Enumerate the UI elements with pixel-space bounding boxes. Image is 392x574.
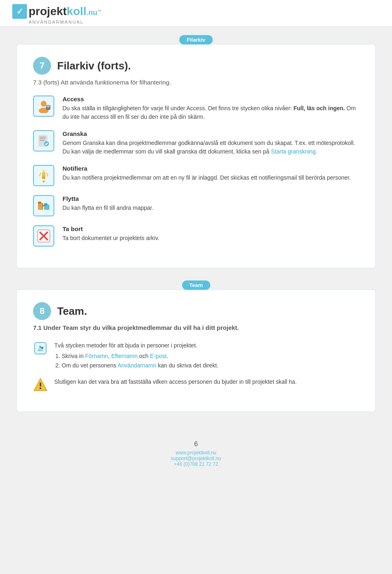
section-7-subtitle: 7.3 (forts) Att använda funktionerna för… <box>33 79 359 86</box>
flytta-svg-icon <box>37 199 51 213</box>
footer-support-email: support@projektkoll.nu <box>171 456 221 461</box>
tabort-icon <box>33 225 54 247</box>
info-invite: Två stycken metoder för att bjuda in per… <box>33 341 359 370</box>
section-8-number: 8 <box>33 302 51 320</box>
logo-check-icon: ✓ <box>12 4 27 19</box>
access-text: Access Du ska ställa in tillgängligheten… <box>62 96 359 121</box>
section-7-heading: 7 Filarkiv (forts). <box>33 57 359 75</box>
logo-text: projektkoll.nu™ <box>29 5 102 18</box>
svg-rect-24 <box>40 383 41 387</box>
feature-notifiera: Notifiera Du kan notifiera projektmedlem… <box>33 165 359 186</box>
access-icon <box>33 96 54 117</box>
filarkiv-tab: Filarkiv <box>179 35 213 44</box>
access-desc: Du ska ställa in tillgängligheten för va… <box>62 104 359 121</box>
access-title: Access <box>62 96 359 102</box>
svg-rect-7 <box>40 138 45 139</box>
feature-tabort: Ta bort Ta bort dokumentet ur projektets… <box>33 225 359 247</box>
section-7-tab-wrapper: Filarkiv <box>16 35 376 44</box>
logo-tm: ™ <box>98 9 102 13</box>
team-tab: Team <box>182 280 210 290</box>
granska-title: Granska <box>62 130 359 137</box>
svg-rect-22 <box>38 350 43 351</box>
logo-nu: .nu <box>87 9 98 17</box>
section-8-subtitle: 7.1 Under Team styr du vilka projektmedl… <box>33 324 359 331</box>
logo: ✓ projektkoll.nu™ <box>12 4 102 19</box>
notifiera-text: Notifiera Du kan notifiera projektmedlem… <box>62 165 359 182</box>
flytta-title: Flytta <box>62 195 359 202</box>
section-8-heading: 8 Team. <box>33 302 359 320</box>
section-8-subtitle-text: 7.1 Under Team styr du vilka projektmedl… <box>33 324 239 331</box>
page-content: Filarkiv 7 Filarkiv (forts). 7.3 (forts)… <box>0 27 392 432</box>
section-8-card: 8 Team. 7.1 Under Team styr du vilka pro… <box>16 289 376 412</box>
footer-website-url: www.projektkoll.nu <box>176 450 216 456</box>
footer-phone: +46 (0)708 21 72 72 <box>174 461 218 467</box>
tabort-text: Ta bort Ta bort dokumentet ur projektets… <box>62 225 359 243</box>
svg-point-25 <box>40 387 41 389</box>
feature-granska: Granska Genom Granska kan dina projektme… <box>33 130 359 156</box>
svg-rect-6 <box>40 137 46 138</box>
svg-rect-11 <box>42 177 45 179</box>
section-7-card: 7 Filarkiv (forts). 7.3 (forts) Att anvä… <box>16 44 376 268</box>
section-7-title: Filarkiv (forts). <box>57 60 131 72</box>
granska-text: Granska Genom Granska kan dina projektme… <box>62 130 359 156</box>
section-8-title: Team. <box>57 305 87 318</box>
tabort-svg-icon <box>37 229 51 243</box>
svg-point-12 <box>43 181 45 182</box>
access-svg-icon <box>37 99 51 113</box>
footer: 6 www.projektkoll.nu support@projektkoll… <box>0 432 392 475</box>
flytta-text: Flytta Du kan flytta en fil till andra m… <box>62 195 359 212</box>
footer-website: www.projektkoll.nu support@projektkoll.n… <box>8 450 384 467</box>
notifiera-desc: Du kan notifiera projektmedlemmar om att… <box>62 174 359 182</box>
svg-point-13 <box>42 170 45 172</box>
flytta-desc: Du kan flytta en fil till andra mappar. <box>62 204 359 212</box>
notifiera-title: Notifiera <box>62 165 359 172</box>
warning-info-text: Slutligen kan det vara bra att fastställ… <box>54 377 297 386</box>
page-header: ✓ projektkoll.nu™ ANVÄNDARMANUAL <box>0 0 392 27</box>
svg-point-4 <box>47 106 49 108</box>
info-warning: Slutligen kan det vara bra att fastställ… <box>33 377 359 392</box>
pencil-svg-icon <box>34 342 47 355</box>
svg-point-0 <box>41 101 47 107</box>
warning-svg-icon <box>33 377 48 392</box>
invite-info-text: Två stycken metoder för att bjuda in per… <box>54 341 218 370</box>
logo-projekt: projekt <box>29 5 67 18</box>
tabort-desc: Ta bort dokumentet ur projektets arkiv. <box>62 234 359 243</box>
svg-rect-17 <box>44 203 47 205</box>
anvandarmanual-label: ANVÄNDARMANUAL <box>29 20 84 24</box>
pencil-icon <box>33 341 48 356</box>
svg-rect-15 <box>38 202 41 204</box>
granska-desc: Genom Granska kan dina projektmedlemmar … <box>62 139 359 156</box>
section-8-tab-wrapper: Team <box>16 280 376 290</box>
logo-koll: koll <box>67 5 86 18</box>
section-7-wrapper: Filarkiv 7 Filarkiv (forts). 7.3 (forts)… <box>16 35 376 268</box>
warning-icon <box>33 377 48 392</box>
notifiera-icon <box>33 165 54 186</box>
feature-flytta: Flytta Du kan flytta en fil till andra m… <box>33 195 359 216</box>
page-number: 6 <box>8 441 384 448</box>
section-8-wrapper: Team 8 Team. 7.1 Under Team styr du vilk… <box>16 280 376 412</box>
granska-svg-icon <box>37 134 51 148</box>
svg-rect-8 <box>40 140 45 141</box>
section-7-number: 7 <box>33 57 51 75</box>
feature-access: Access Du ska ställa in tillgängligheten… <box>33 96 359 121</box>
granska-icon <box>33 130 54 151</box>
notifiera-svg-icon <box>37 169 51 182</box>
tabort-title: Ta bort <box>62 225 359 232</box>
flytta-icon <box>33 195 54 216</box>
